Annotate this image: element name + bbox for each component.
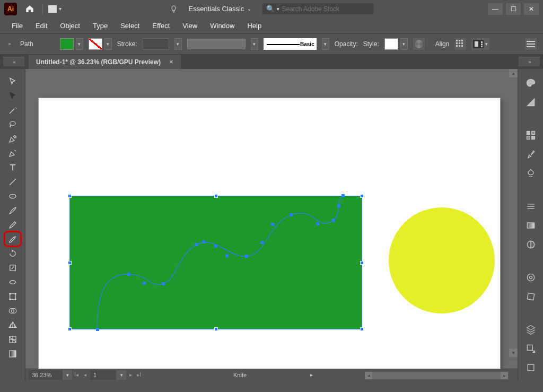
color-panel-icon[interactable] bbox=[523, 76, 538, 90]
expand-panels-button[interactable] bbox=[519, 57, 540, 66]
chevron-down-icon[interactable]: ▾ bbox=[322, 38, 329, 50]
workspace-switcher[interactable]: Essentials Classic ⌄ bbox=[189, 5, 252, 13]
chevron-down-icon[interactable]: ▾ bbox=[251, 38, 258, 50]
chevron-down-icon[interactable]: ▾ bbox=[400, 38, 408, 50]
prev-artboard-button[interactable]: ◂ bbox=[81, 370, 89, 380]
chevron-down-icon[interactable]: ▾ bbox=[104, 38, 112, 50]
path-anchor[interactable] bbox=[290, 213, 293, 216]
selection-handle-e[interactable] bbox=[360, 261, 364, 265]
artboards-panel-icon[interactable] bbox=[523, 361, 538, 374]
eyedropper-tool[interactable] bbox=[5, 232, 21, 246]
path-anchor[interactable] bbox=[202, 240, 205, 243]
menu-select[interactable]: Select bbox=[114, 19, 146, 33]
perspective-grid-tool[interactable] bbox=[5, 318, 21, 332]
lasso-tool[interactable] bbox=[5, 117, 21, 132]
home-icon[interactable] bbox=[22, 2, 37, 16]
horizontal-scrollbar[interactable]: ◂ ▸ bbox=[365, 372, 508, 379]
path-anchor[interactable] bbox=[214, 245, 217, 248]
mesh-tool[interactable] bbox=[5, 332, 21, 346]
menu-file[interactable]: File bbox=[5, 19, 29, 33]
shape-builder-tool[interactable] bbox=[5, 303, 21, 318]
symbols-panel-icon[interactable] bbox=[523, 167, 538, 180]
swatches-panel-icon[interactable] bbox=[523, 128, 538, 142]
layers-panel-icon[interactable] bbox=[523, 323, 538, 336]
yellow-ellipse-shape[interactable] bbox=[389, 207, 495, 313]
window-maximize-button[interactable] bbox=[506, 3, 521, 15]
path-anchor[interactable] bbox=[260, 241, 264, 244]
artboard-dropdown-icon[interactable]: ▾ bbox=[117, 370, 126, 380]
recolor-artwork-button[interactable] bbox=[413, 38, 425, 50]
artboard[interactable] bbox=[39, 98, 500, 369]
path-anchor[interactable] bbox=[271, 223, 274, 226]
path-anchor[interactable] bbox=[337, 204, 340, 207]
brush-definition[interactable]: Basic bbox=[264, 38, 317, 50]
control-menu-button[interactable] bbox=[525, 38, 537, 50]
path-anchor[interactable] bbox=[316, 222, 319, 225]
next-artboard-button[interactable]: ▸ bbox=[126, 370, 135, 380]
stroke-panel-icon[interactable] bbox=[523, 199, 538, 213]
path-anchor[interactable] bbox=[341, 194, 345, 197]
scroll-track[interactable] bbox=[509, 77, 518, 349]
scroll-right-icon[interactable]: ▸ bbox=[501, 372, 508, 379]
selection-tool[interactable] bbox=[5, 74, 21, 89]
align-panel-button[interactable] bbox=[454, 38, 466, 50]
chevron-down-icon[interactable]: ▾ bbox=[76, 38, 83, 50]
selection-handle-s[interactable] bbox=[214, 327, 218, 331]
zoom-field[interactable]: 36.23% bbox=[29, 370, 63, 380]
stroke-swatch[interactable]: ▾ bbox=[89, 38, 112, 50]
stroke-weight-field[interactable] bbox=[143, 38, 169, 50]
graphic-style-swatch[interactable]: ▾ bbox=[384, 38, 408, 50]
menu-window[interactable]: Window bbox=[204, 19, 241, 33]
brushes-panel-icon[interactable] bbox=[523, 147, 538, 161]
path-anchor[interactable] bbox=[143, 282, 146, 285]
menu-type[interactable]: Type bbox=[86, 19, 114, 33]
menu-effect[interactable]: Effect bbox=[146, 19, 176, 33]
color-guide-panel-icon[interactable] bbox=[523, 95, 538, 109]
menu-object[interactable]: Object bbox=[54, 19, 86, 33]
appearance-panel-icon[interactable] bbox=[523, 271, 538, 284]
menu-view[interactable]: View bbox=[176, 19, 204, 33]
expand-toolbox-button[interactable] bbox=[3, 57, 24, 66]
window-minimize-button[interactable] bbox=[488, 3, 503, 15]
path-anchor[interactable] bbox=[195, 243, 198, 246]
path-anchor[interactable] bbox=[162, 282, 165, 285]
transparency-panel-icon[interactable] bbox=[523, 238, 538, 251]
status-menu-icon[interactable]: ▸ bbox=[310, 372, 313, 378]
rotate-tool[interactable] bbox=[5, 246, 21, 260]
arrange-panel-button[interactable]: ▾ bbox=[471, 38, 489, 50]
width-tool[interactable] bbox=[5, 275, 21, 289]
path-anchor[interactable] bbox=[225, 254, 229, 257]
graphic-styles-panel-icon[interactable] bbox=[523, 290, 538, 303]
stock-search-input[interactable] bbox=[282, 5, 369, 13]
selection-handle-nw[interactable] bbox=[68, 194, 72, 198]
document-tab[interactable]: Untitled-1* @ 36.23% (RGB/GPU Preview) × bbox=[29, 55, 181, 69]
scroll-up-icon[interactable]: ▴ bbox=[509, 69, 518, 77]
selection-handle-se[interactable] bbox=[360, 327, 364, 331]
close-tab-icon[interactable]: × bbox=[169, 58, 173, 66]
menu-edit[interactable]: Edit bbox=[29, 19, 54, 33]
zoom-dropdown-icon[interactable]: ▾ bbox=[63, 370, 72, 380]
path-anchor[interactable] bbox=[96, 328, 99, 331]
selection-handle-w[interactable] bbox=[68, 261, 72, 265]
canvas-viewport[interactable]: ▴ ▾ bbox=[25, 69, 518, 369]
free-transform-tool[interactable] bbox=[5, 289, 21, 303]
path-anchor[interactable] bbox=[245, 255, 248, 258]
last-artboard-button[interactable]: ▸I bbox=[135, 370, 143, 380]
curvature-tool[interactable] bbox=[5, 146, 21, 160]
vertical-scrollbar[interactable]: ▴ ▾ bbox=[509, 69, 518, 357]
selection-handle-ne[interactable] bbox=[360, 194, 364, 198]
window-close-button[interactable] bbox=[524, 3, 539, 15]
direct-selection-tool[interactable] bbox=[5, 89, 21, 103]
arrange-documents-button[interactable]: ▾ bbox=[48, 5, 62, 13]
green-rectangle-shape[interactable] bbox=[70, 196, 362, 329]
chevron-down-icon[interactable]: ▾ bbox=[174, 38, 182, 50]
magic-wand-tool[interactable] bbox=[5, 103, 21, 117]
selection-handle-n[interactable] bbox=[214, 194, 218, 198]
rectangle-tool[interactable] bbox=[5, 189, 21, 203]
path-anchor[interactable] bbox=[127, 273, 130, 276]
pen-tool[interactable] bbox=[5, 132, 21, 146]
fill-swatch[interactable]: ▾ bbox=[60, 38, 83, 50]
first-artboard-button[interactable]: I◂ bbox=[72, 370, 81, 380]
discover-icon[interactable] bbox=[170, 5, 178, 13]
menu-help[interactable]: Help bbox=[241, 19, 268, 33]
